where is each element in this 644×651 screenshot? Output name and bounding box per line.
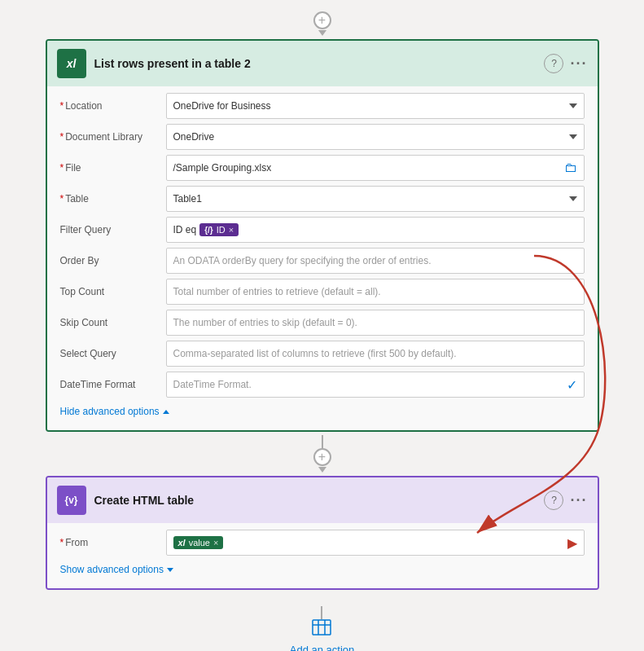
excel-card: xl List rows present in a table 2 ? ··· …: [46, 39, 599, 432]
hide-advanced-label: Hide advanced options: [60, 406, 160, 417]
table-label: *Table: [60, 193, 166, 205]
top-count-placeholder: Total number of entries to retrieve (def…: [173, 286, 577, 297]
location-label: *Location: [60, 100, 166, 112]
document-library-chevron-icon: [569, 134, 577, 139]
connector-arrow-mid: [318, 467, 326, 473]
html-icon-label: {v}: [64, 495, 77, 506]
add-step-top-btn[interactable]: +: [313, 11, 331, 29]
filter-query-token[interactable]: {/} ID ×: [199, 223, 239, 236]
datetime-format-input[interactable]: DateTime Format. ✓: [166, 372, 585, 398]
excel-card-actions: ? ···: [544, 54, 587, 73]
skip-count-label: Skip Count: [60, 317, 166, 328]
table-field-row: *Table Table1: [60, 186, 585, 212]
html-icon: {v}: [57, 486, 86, 515]
file-input[interactable]: /Sample Grouping.xlsx 🗀: [166, 155, 585, 181]
select-query-input[interactable]: Comma-separated list of columns to retri…: [166, 341, 585, 367]
table-chevron-icon: [569, 196, 577, 201]
filter-query-token-container: ID eq {/} ID ×: [173, 223, 577, 236]
html-card-wrapper: {v} Create HTML table ? ··· *From: [46, 476, 599, 590]
top-count-field-row: Top Count Total number of entries to ret…: [60, 279, 585, 305]
file-value: /Sample Grouping.xlsx: [173, 162, 564, 174]
html-card-body: *From xl value × ▶: [47, 523, 598, 588]
order-by-input[interactable]: An ODATA orderBy query for specifying th…: [166, 248, 585, 274]
skip-count-field-row: Skip Count The number of entries to skip…: [60, 310, 585, 336]
order-by-placeholder: An ODATA orderBy query for specifying th…: [173, 255, 577, 266]
document-library-value: OneDrive: [173, 131, 569, 143]
folder-icon: 🗀: [564, 161, 577, 175]
excel-card-header: xl List rows present in a table 2 ? ···: [47, 41, 598, 86]
order-by-field-row: Order By An ODATA orderBy query for spec…: [60, 248, 585, 274]
datetime-format-placeholder: DateTime Format.: [173, 379, 567, 390]
connector-arrow-top: [318, 30, 326, 36]
from-field-row: *From xl value × ▶: [60, 530, 585, 556]
excel-card-body: *Location OneDrive for Business *Documen…: [47, 86, 598, 430]
excel-card-title: List rows present in a table 2: [94, 57, 545, 70]
connector-line-mid: [322, 435, 323, 448]
svg-rect-1: [313, 620, 331, 635]
connector-line-bottom: [321, 606, 322, 619]
add-action-label: Add an action: [290, 644, 355, 651]
datetime-checkmark-icon: ✓: [567, 377, 577, 393]
html-card-title: Create HTML table: [94, 494, 545, 507]
excel-icon: xl: [57, 49, 86, 78]
add-action-section: Add an action: [290, 606, 355, 651]
excel-help-btn[interactable]: ?: [544, 54, 563, 73]
add-step-mid-btn[interactable]: +: [313, 448, 331, 466]
from-label: *From: [60, 537, 166, 548]
datetime-format-field-row: DateTime Format DateTime Format. ✓: [60, 372, 585, 398]
html-help-btn[interactable]: ?: [544, 490, 563, 510]
show-advanced-label: Show advanced options: [60, 564, 164, 575]
top-count-input[interactable]: Total number of entries to retrieve (def…: [166, 279, 585, 305]
html-card: {v} Create HTML table ? ··· *From: [46, 476, 599, 590]
token-close-btn[interactable]: ×: [229, 225, 234, 235]
hide-advanced-toggle[interactable]: Hide advanced options: [60, 402, 585, 420]
location-dropdown[interactable]: OneDrive for Business: [166, 93, 585, 119]
from-input[interactable]: xl value × ▶: [166, 530, 585, 556]
token-text-value: ID: [217, 225, 226, 235]
select-query-placeholder: Comma-separated list of columns to retri…: [173, 348, 577, 359]
html-more-btn[interactable]: ···: [570, 492, 587, 509]
add-action-btn[interactable]: Add an action: [290, 619, 355, 651]
excel-icon-label: xl: [67, 57, 77, 70]
excel-more-btn[interactable]: ···: [570, 55, 587, 73]
file-label: *File: [60, 162, 166, 174]
document-library-dropdown[interactable]: OneDrive: [166, 124, 585, 150]
top-count-label: Top Count: [60, 286, 166, 297]
select-query-field-row: Select Query Comma-separated list of col…: [60, 341, 585, 367]
document-library-field-row: *Document Library OneDrive: [60, 124, 585, 150]
skip-count-input[interactable]: The number of entries to skip (default =…: [166, 310, 585, 336]
token-expression-icon: {/}: [204, 226, 213, 235]
document-library-label: *Document Library: [60, 131, 166, 143]
filter-query-prefix: ID eq: [173, 224, 197, 235]
from-token-close-btn[interactable]: ×: [213, 538, 218, 548]
datetime-format-label: DateTime Format: [60, 379, 166, 390]
from-token-excel-icon: xl: [178, 538, 186, 548]
show-advanced-chevron-icon: [167, 568, 173, 572]
hide-advanced-chevron-icon: [163, 410, 169, 414]
table-value: Table1: [173, 193, 569, 205]
middle-connector: +: [313, 435, 331, 473]
from-token-container: xl value ×: [173, 536, 564, 549]
table-dropdown[interactable]: Table1: [166, 186, 585, 212]
file-field-row: *File /Sample Grouping.xlsx 🗀: [60, 155, 585, 181]
filter-query-label: Filter Query: [60, 224, 166, 235]
html-card-header: {v} Create HTML table ? ···: [47, 477, 598, 523]
top-connector: +: [313, 11, 331, 36]
arrow-pointer-icon: ▶: [567, 535, 577, 551]
select-query-label: Select Query: [60, 348, 166, 359]
location-value: OneDrive for Business: [173, 100, 569, 112]
filter-query-input[interactable]: ID eq {/} ID ×: [166, 217, 585, 243]
location-chevron-icon: [569, 103, 577, 108]
from-token-value: value: [189, 538, 210, 548]
show-advanced-toggle[interactable]: Show advanced options: [60, 561, 585, 578]
html-card-actions: ? ···: [544, 490, 587, 510]
add-action-icon: [312, 619, 331, 640]
filter-query-field-row: Filter Query ID eq {/} ID ×: [60, 217, 585, 243]
skip-count-placeholder: The number of entries to skip (default =…: [173, 317, 577, 328]
location-field-row: *Location OneDrive for Business: [60, 93, 585, 119]
from-token[interactable]: xl value ×: [173, 536, 224, 549]
order-by-label: Order By: [60, 255, 166, 266]
